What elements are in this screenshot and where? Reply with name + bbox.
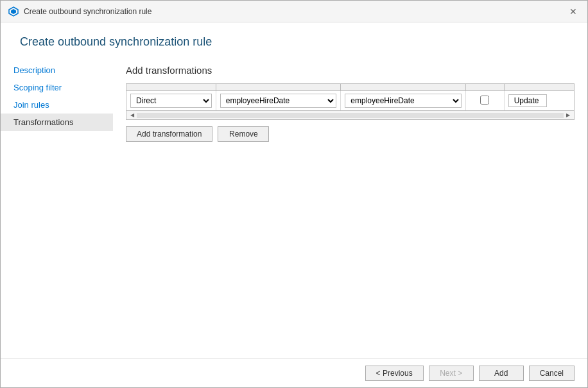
- horizontal-scrollbar[interactable]: ◀ ▶: [126, 110, 574, 119]
- sidebar-item-transformations[interactable]: Transformations: [1, 114, 113, 131]
- section-title: Add transformations: [126, 65, 575, 76]
- apply-once-checkbox[interactable]: [480, 96, 489, 105]
- add-button[interactable]: Add: [479, 366, 524, 381]
- main-content: Add transformations: [113, 55, 587, 358]
- target-attribute-cell: employeeHireDate: [216, 91, 340, 111]
- add-transformation-button[interactable]: Add transformation: [126, 126, 212, 142]
- transformations-table-container: Direct Constant Expression employeeHireD…: [126, 83, 575, 120]
- transformation-buttons: Add transformation Remove: [126, 126, 575, 142]
- close-button[interactable]: ✕: [567, 5, 580, 18]
- dialog-title: Create outbound synchronization rule: [20, 35, 568, 49]
- flow-type-cell: Direct Constant Expression: [126, 91, 216, 111]
- sidebar-item-description[interactable]: Description: [1, 62, 113, 79]
- table-row: Direct Constant Expression employeeHireD…: [126, 91, 574, 111]
- dialog-body: Description Scoping filter Join rules Tr…: [1, 55, 587, 358]
- scroll-left-arrow[interactable]: ◀: [128, 111, 137, 120]
- title-bar: Create outbound synchronization rule ✕: [1, 1, 587, 22]
- dialog-footer: < Previous Next > Add Cancel: [1, 358, 587, 387]
- col-target-attribute: [216, 84, 340, 91]
- title-bar-left: Create outbound synchronization rule: [8, 6, 151, 17]
- sidebar: Description Scoping filter Join rules Tr…: [1, 55, 113, 358]
- col-flow-type: [126, 84, 216, 91]
- flow-type-select[interactable]: Direct Constant Expression: [130, 94, 212, 108]
- sidebar-item-scoping-filter[interactable]: Scoping filter: [1, 79, 113, 96]
- svg-marker-1: [11, 9, 16, 14]
- cancel-button[interactable]: Cancel: [529, 366, 575, 381]
- scrollbar-track[interactable]: [137, 113, 564, 118]
- merge-type-cell: Update: [504, 91, 574, 111]
- sidebar-item-join-rules[interactable]: Join rules: [1, 96, 113, 114]
- dialog-window: Create outbound synchronization rule ✕ C…: [0, 0, 588, 388]
- col-merge-type: [504, 84, 574, 91]
- transformations-table: Direct Constant Expression employeeHireD…: [126, 84, 574, 110]
- scroll-right-arrow[interactable]: ▶: [564, 111, 573, 120]
- apply-once-cell: [465, 91, 504, 111]
- table-header-row: [126, 84, 574, 91]
- merge-type-value: Update: [508, 94, 547, 107]
- remove-button[interactable]: Remove: [218, 126, 269, 142]
- previous-button[interactable]: < Previous: [365, 366, 424, 381]
- title-bar-text: Create outbound synchronization rule: [24, 7, 151, 16]
- app-icon: [8, 6, 19, 17]
- dialog-header: Create outbound synchronization rule: [1, 22, 587, 55]
- col-source: [341, 84, 465, 91]
- col-apply-once: [465, 84, 504, 91]
- source-cell: employeeHireDate: [341, 91, 465, 111]
- next-button[interactable]: Next >: [429, 366, 474, 381]
- source-select[interactable]: employeeHireDate: [345, 94, 461, 108]
- target-attribute-select[interactable]: employeeHireDate: [220, 94, 336, 108]
